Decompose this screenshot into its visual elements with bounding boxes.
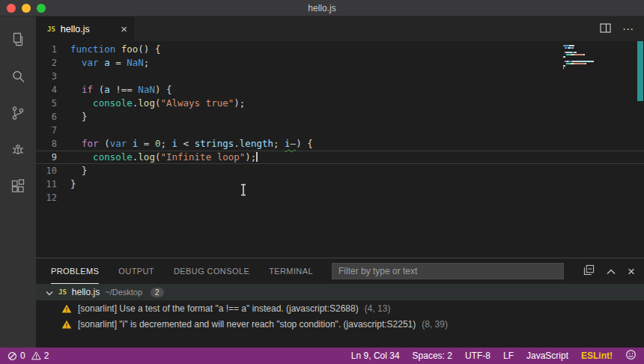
problem-item[interactable]: [sonarlint] Use a test of the format "a … <box>36 300 644 316</box>
feedback-smiley-icon[interactable] <box>625 349 637 363</box>
eol-status[interactable]: LF <box>503 351 514 361</box>
code-line-5[interactable]: 5 console.log("Always true"); <box>36 97 644 110</box>
javascript-file-icon: JS <box>47 25 55 33</box>
problems-file-name: hello.js <box>72 287 100 297</box>
code-line-2[interactable]: 2 var a = NaN; <box>36 56 644 70</box>
mouse-ibeam-cursor <box>240 183 247 196</box>
warning-icon <box>61 320 72 329</box>
close-window-button[interactable] <box>7 4 16 13</box>
problem-item[interactable]: [sonarlint] "i" is decremented and will … <box>36 316 644 332</box>
collapse-all-icon[interactable] <box>583 264 595 279</box>
problems-filter-input[interactable] <box>332 263 564 279</box>
split-editor-icon[interactable] <box>600 22 611 35</box>
problems-file-group[interactable]: JS hello.js ~/Desktop 2 <box>36 284 644 300</box>
problem-location: (8, 39) <box>422 319 448 330</box>
error-icon <box>7 351 17 361</box>
titlebar: hello.js <box>0 0 644 16</box>
panel-tab-output[interactable]: OUTPUT <box>118 258 154 284</box>
code-line-4[interactable]: 4 if (a !== NaN) { <box>36 83 644 97</box>
line-number: 1 <box>36 43 70 56</box>
cursor-position-status[interactable]: Ln 9, Col 34 <box>351 351 400 361</box>
problems-file-path: ~/Desktop <box>105 288 142 297</box>
line-number: 8 <box>36 137 70 151</box>
close-panel-icon[interactable]: × <box>628 265 635 278</box>
line-number: 11 <box>36 178 70 191</box>
panel-tab-terminal[interactable]: TERMINAL <box>269 258 313 284</box>
zoom-window-button[interactable] <box>37 4 46 13</box>
line-number: 2 <box>36 56 70 70</box>
line-number: 7 <box>36 124 70 137</box>
panel-header: PROBLEMS OUTPUT DEBUG CONSOLE TERMINAL <box>36 258 644 284</box>
vscode-window: hello.js <box>0 0 644 364</box>
main-area: JS hello.js × ⋯ 1function foo() {2 var a… <box>0 16 644 348</box>
eslint-status[interactable]: ESLint! <box>581 351 613 361</box>
error-count: 0 <box>20 351 25 361</box>
minimap[interactable] <box>563 45 601 72</box>
problem-message: [sonarlint] "i" is decremented and will … <box>78 319 416 330</box>
line-number: 3 <box>36 70 70 83</box>
editor-region: JS hello.js × ⋯ 1function foo() {2 var a… <box>36 16 644 348</box>
scrollbar-thumb[interactable] <box>637 41 643 101</box>
problems-count-badge: 2 <box>151 288 164 297</box>
problems-list: [sonarlint] Use a test of the format "a … <box>36 300 644 332</box>
panel-tab-debug-console[interactable]: DEBUG CONSOLE <box>174 258 249 284</box>
encoding-status[interactable]: UTF-8 <box>465 351 490 361</box>
line-number: 9 <box>36 151 70 164</box>
text-caret <box>256 152 258 162</box>
code-line-9[interactable]: 9 console.log("Infinite loop"); <box>36 151 644 164</box>
status-bar-right: Ln 9, Col 34 Spaces: 2 UTF-8 LF JavaScri… <box>351 349 637 363</box>
code-editor[interactable]: 1function foo() {2 var a = NaN;34 if (a … <box>36 41 644 258</box>
editor-actions: ⋯ <box>600 16 644 41</box>
code-line-11[interactable]: 11} <box>36 178 644 191</box>
code-line-7[interactable]: 7 <box>36 124 644 137</box>
search-icon[interactable] <box>0 58 36 94</box>
line-number: 12 <box>36 191 70 204</box>
warning-icon <box>61 304 72 313</box>
language-mode-status[interactable]: JavaScript <box>526 351 568 361</box>
panel-actions: × <box>583 258 635 284</box>
line-number: 6 <box>36 110 70 124</box>
window-title: hello.js <box>308 3 335 13</box>
code-line-12[interactable]: 12 <box>36 191 644 204</box>
bottom-panel: PROBLEMS OUTPUT DEBUG CONSOLE TERMINAL <box>36 258 644 348</box>
maximize-panel-icon[interactable] <box>607 264 616 278</box>
line-number: 4 <box>36 83 70 97</box>
line-number: 5 <box>36 97 70 110</box>
minimize-window-button[interactable] <box>22 4 31 13</box>
chevron-down-icon <box>46 285 53 299</box>
debug-icon[interactable] <box>0 131 36 168</box>
javascript-file-icon: JS <box>58 288 67 296</box>
problems-status[interactable]: 0 2 <box>7 351 49 361</box>
code-line-8[interactable]: 8 for (var i = 0; i < strings.length; i—… <box>36 137 644 151</box>
tab-bar: JS hello.js × ⋯ <box>36 16 644 41</box>
code-line-1[interactable]: 1function foo() { <box>36 43 644 56</box>
status-bar: 0 2 Ln 9, Col 34 Spaces: 2 UTF-8 LF Java… <box>0 348 644 364</box>
code-line-10[interactable]: 10 } <box>36 164 644 178</box>
code-line-3[interactable]: 3 <box>36 70 644 83</box>
activity-bar <box>0 16 36 348</box>
line-number: 10 <box>36 164 70 178</box>
tab-hello-js[interactable]: JS hello.js × <box>36 16 134 41</box>
problem-message: [sonarlint] Use a test of the format "a … <box>78 303 359 314</box>
tab-label: hello.js <box>61 24 90 34</box>
problem-location: (4, 13) <box>365 303 391 314</box>
explorer-icon[interactable] <box>0 21 36 58</box>
code-lines: 1function foo() {2 var a = NaN;34 if (a … <box>36 43 644 204</box>
warning-icon <box>31 351 41 360</box>
source-control-icon[interactable] <box>0 94 36 131</box>
code-line-6[interactable]: 6 } <box>36 110 644 124</box>
extensions-icon[interactable] <box>0 168 36 204</box>
warning-count: 2 <box>44 351 49 361</box>
more-actions-icon[interactable]: ⋯ <box>622 22 634 36</box>
close-tab-icon[interactable]: × <box>121 23 127 34</box>
window-controls <box>7 0 46 16</box>
panel-tab-problems[interactable]: PROBLEMS <box>51 258 99 284</box>
indentation-status[interactable]: Spaces: 2 <box>413 351 452 361</box>
